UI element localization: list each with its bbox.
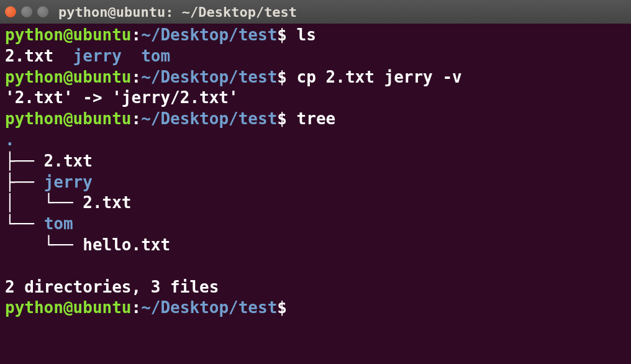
user-host: python@ubuntu [5, 298, 132, 317]
path: ~/Desktop/test [141, 25, 277, 44]
tree-item-4: └── tom [5, 214, 626, 235]
command-cp: cp 2.txt jerry -v [287, 68, 462, 86]
terminal-body[interactable]: python@ubuntu:~/Desktop/test$ ls 2.txt j… [0, 24, 631, 320]
prompt-line-3: python@ubuntu:~/Desktop/test$ tree [5, 109, 626, 130]
maximize-button[interactable] [37, 6, 48, 17]
ls-dir-tom: tom [141, 47, 170, 65]
command-tree: tree [287, 109, 335, 128]
user-host: python@ubuntu [5, 109, 132, 128]
dollar: $ [277, 68, 287, 86]
tree-item-2: ├── jerry [5, 172, 626, 193]
path: ~/Desktop/test [141, 68, 277, 86]
tree-item-3: │ └── 2.txt [5, 193, 626, 214]
ls-file: 2.txt [5, 47, 73, 65]
minimize-button[interactable] [21, 6, 32, 17]
blank [5, 257, 15, 275]
prompt-line-1: python@ubuntu:~/Desktop/test$ ls [5, 25, 626, 46]
window-title: python@ubuntu: ~/Desktop/test [58, 4, 297, 20]
prompt-line-2: python@ubuntu:~/Desktop/test$ cp 2.txt j… [5, 67, 626, 88]
prompt-line-4: python@ubuntu:~/Desktop/test$ [5, 298, 626, 319]
path: ~/Desktop/test [141, 298, 277, 317]
colon: : [132, 298, 142, 317]
cp-output: '2.txt' -> 'jerry/2.txt' [5, 88, 626, 109]
colon: : [132, 25, 142, 44]
window-controls [5, 6, 48, 17]
tree-dot: . [5, 130, 15, 149]
command-ls: ls [287, 25, 316, 44]
user-host: python@ubuntu [5, 25, 132, 44]
tree-dir-jerry: jerry [44, 173, 93, 191]
window-titlebar: python@ubuntu: ~/Desktop/test [0, 0, 631, 24]
tree-summary: 2 directories, 3 files [5, 277, 626, 298]
path: ~/Desktop/test [141, 109, 277, 128]
user-host: python@ubuntu [5, 68, 132, 86]
spacer [122, 47, 141, 65]
ls-output: 2.txt jerry tom [5, 46, 626, 67]
tree-entry: └── hello.txt [5, 235, 170, 254]
tree-entry: │ └── 2.txt [5, 193, 132, 212]
tree-root: . [5, 130, 626, 151]
colon: : [132, 109, 142, 128]
tree-prefix: ├── [5, 173, 44, 191]
tree-item-5: └── hello.txt [5, 235, 626, 256]
tree-entry: ├── 2.txt [5, 152, 93, 170]
tree-dir-tom: tom [44, 214, 73, 233]
cp-verbose-output: '2.txt' -> 'jerry/2.txt' [5, 88, 238, 107]
tree-item-1: ├── 2.txt [5, 151, 626, 172]
colon: : [132, 68, 142, 86]
dollar: $ [277, 298, 287, 317]
ls-dir-jerry: jerry [73, 47, 122, 65]
tree-blank [5, 256, 626, 277]
tree-prefix: └── [5, 214, 44, 233]
tree-summary-text: 2 directories, 3 files [5, 278, 219, 296]
close-button[interactable] [5, 6, 16, 17]
dollar: $ [277, 109, 287, 128]
dollar: $ [277, 25, 287, 44]
